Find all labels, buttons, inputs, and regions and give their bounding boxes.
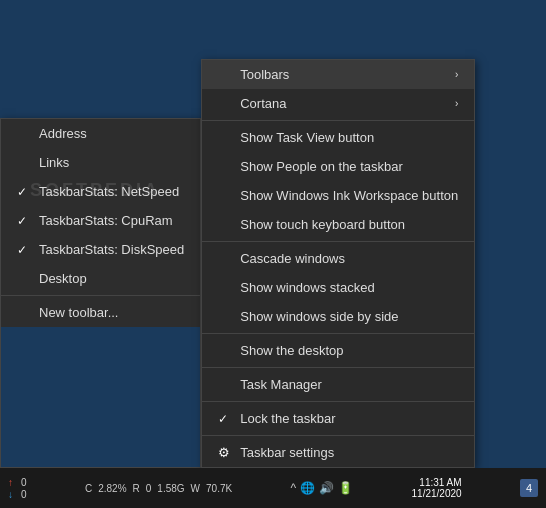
taskbar-time[interactable]: 11:31 AM 11/21/2020: [412, 477, 462, 499]
chevron-up-icon[interactable]: ^: [291, 481, 297, 495]
sys-icons: ^ 🌐 🔊 🔋: [291, 481, 354, 495]
label-diskspeed: TaskbarStats: DiskSpeed: [39, 242, 184, 257]
divider-right-6: [202, 435, 474, 436]
menu-item-taskbar-settings[interactable]: ⚙ Taskbar settings: [202, 438, 474, 467]
taskbar-stats-left: 0 0: [21, 477, 27, 500]
divider-left-1: [1, 295, 200, 296]
notif-count: 4: [526, 482, 532, 494]
arrow-down-icon: ↓: [8, 489, 13, 500]
arrow-cortana: ›: [455, 98, 458, 109]
menu-item-netspeed[interactable]: ✓ TaskbarStats: NetSpeed: [1, 177, 200, 206]
stat1: 0: [21, 477, 27, 488]
check-lock-taskbar: ✓: [218, 412, 232, 426]
divider-right-2: [202, 241, 474, 242]
label-cascade: Cascade windows: [240, 251, 345, 266]
label-task-view: Show Task View button: [240, 130, 374, 145]
menu-item-diskspeed[interactable]: ✓ TaskbarStats: DiskSpeed: [1, 235, 200, 264]
cpu-val: 2.82%: [98, 483, 126, 494]
notification-button[interactable]: 4: [520, 479, 538, 497]
label-stacked: Show windows stacked: [240, 280, 374, 295]
menu-item-cpuram[interactable]: ✓ TaskbarStats: CpuRam: [1, 206, 200, 235]
check-netspeed: ✓: [17, 185, 31, 199]
divider-right-1: [202, 120, 474, 121]
ram-val1: 0: [146, 483, 152, 494]
clock-date: 11/21/2020: [412, 488, 462, 499]
blue-area: [1, 327, 200, 467]
divider-right-5: [202, 401, 474, 402]
label-ink: Show Windows Ink Workspace button: [240, 188, 458, 203]
label-taskbar-settings: Taskbar settings: [240, 445, 334, 460]
arrow-toolbars: ›: [455, 69, 458, 80]
label-side-by-side: Show windows side by side: [240, 309, 398, 324]
clock-time: 11:31 AM: [419, 477, 461, 488]
ram-label: R: [133, 483, 140, 494]
label-touch: Show touch keyboard button: [240, 217, 405, 232]
menu-item-desktop[interactable]: Desktop: [1, 264, 200, 293]
label-desktop: Desktop: [39, 271, 87, 286]
divider-right-3: [202, 333, 474, 334]
taskbar-arrows: ↑ ↓: [8, 477, 13, 500]
label-address: Address: [39, 126, 87, 141]
volume-icon: 🔊: [319, 481, 334, 495]
menu-item-address[interactable]: Address: [1, 119, 200, 148]
arrow-up-icon: ↑: [8, 477, 13, 488]
battery-icon: 🔋: [338, 481, 353, 495]
divider-right-4: [202, 367, 474, 368]
left-context-menu: Address Links ✓ TaskbarStats: NetSpeed ✓…: [0, 118, 201, 468]
menu-item-touch[interactable]: Show touch keyboard button: [202, 210, 474, 239]
label-netspeed: TaskbarStats: NetSpeed: [39, 184, 179, 199]
label-new-toolbar: New toolbar...: [39, 305, 119, 320]
menu-item-cascade: Cascade windows: [202, 244, 474, 273]
w-val: 70.7K: [206, 483, 232, 494]
label-cortana: Cortana: [240, 96, 286, 111]
menu-item-side-by-side: Show windows side by side: [202, 302, 474, 331]
menu-item-task-manager[interactable]: Task Manager: [202, 370, 474, 399]
stat2: 0: [21, 489, 27, 500]
label-lock-taskbar: Lock the taskbar: [240, 411, 335, 426]
ram-val2: 1.58G: [157, 483, 184, 494]
label-cpuram: TaskbarStats: CpuRam: [39, 213, 173, 228]
menu-item-lock-taskbar[interactable]: ✓ Lock the taskbar: [202, 404, 474, 433]
check-cpuram: ✓: [17, 214, 31, 228]
taskbar: ↑ ↓ 0 0 C 2.82% R 0 1.58G W 70.7K ^ 🌐 🔊 …: [0, 468, 546, 508]
check-diskspeed: ✓: [17, 243, 31, 257]
menu-item-links[interactable]: Links: [1, 148, 200, 177]
menu-item-show-desktop[interactable]: Show the desktop: [202, 336, 474, 365]
network-icon: 🌐: [300, 481, 315, 495]
label-people: Show People on the taskbar: [240, 159, 403, 174]
menu-item-cortana[interactable]: Cortana ›: [202, 89, 474, 118]
label-toolbars: Toolbars: [240, 67, 289, 82]
gear-icon: ⚙: [218, 445, 232, 460]
label-links: Links: [39, 155, 69, 170]
menu-item-new-toolbar[interactable]: New toolbar...: [1, 298, 200, 327]
cpu-label: C: [85, 483, 92, 494]
right-context-menu: Toolbars › Cortana › Show Task View butt…: [201, 59, 475, 468]
w-label: W: [191, 483, 200, 494]
label-show-desktop: Show the desktop: [240, 343, 343, 358]
menu-item-stacked: Show windows stacked: [202, 273, 474, 302]
taskbar-center: C 2.82% R 0 1.58G W 70.7K: [85, 483, 232, 494]
label-task-manager: Task Manager: [240, 377, 322, 392]
taskbar-left: ↑ ↓ 0 0: [8, 477, 27, 500]
context-menus: Address Links ✓ TaskbarStats: NetSpeed ✓…: [0, 59, 475, 468]
menu-item-toolbars[interactable]: Toolbars ›: [202, 60, 474, 89]
menu-item-ink[interactable]: Show Windows Ink Workspace button: [202, 181, 474, 210]
menu-item-task-view[interactable]: Show Task View button: [202, 123, 474, 152]
menu-item-people[interactable]: Show People on the taskbar: [202, 152, 474, 181]
